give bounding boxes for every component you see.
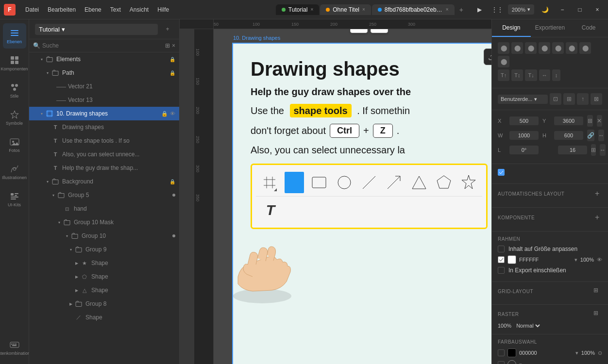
- align-center-v[interactable]: ⬤: [552, 42, 564, 54]
- layer-drawing-shapes-frame[interactable]: ▾ 10. Drawing shapes 🔒 👁: [29, 107, 179, 120]
- align-text-top[interactable]: T↑: [498, 69, 509, 81]
- tool-line[interactable]: [359, 172, 378, 193]
- color1-checkbox[interactable]: [498, 349, 505, 356]
- menu-datei[interactable]: Datei: [21, 4, 43, 15]
- layers-search-input[interactable]: [42, 42, 163, 49]
- sidebar-item-tastenkombinationen[interactable]: Tastenkombinationen: [3, 335, 26, 360]
- color2-checkbox[interactable]: [498, 361, 505, 364]
- color-dropdown[interactable]: ▾: [574, 257, 577, 263]
- sidebar-item-komponenten[interactable]: Komponenten: [3, 50, 26, 76]
- layer-background[interactable]: ▾ Background 🔒: [29, 175, 179, 188]
- layer-group10[interactable]: ▾ Group 10: [29, 229, 179, 243]
- tab-code[interactable]: Code: [569, 19, 608, 37]
- theme-toggle[interactable]: 🌙: [538, 3, 552, 17]
- inhalt-size-checkbox[interactable]: [498, 246, 505, 252]
- menu-text[interactable]: Text: [106, 4, 125, 15]
- layer-drawing-shapes-text[interactable]: T Drawing shapes: [29, 120, 179, 134]
- in-export-checkbox[interactable]: [498, 267, 505, 274]
- sidebar-item-stile[interactable]: Stile: [3, 78, 26, 103]
- maximize-button[interactable]: □: [573, 3, 587, 17]
- komponente-add[interactable]: +: [592, 213, 602, 222]
- layer-shape-pentagon[interactable]: ▶ ⬠ Shape: [29, 270, 179, 283]
- tab-design[interactable]: Design: [492, 19, 531, 37]
- tool-arrow[interactable]: [385, 172, 404, 193]
- color2-chevron[interactable]: ▾: [519, 362, 522, 364]
- search-close-icon[interactable]: ×: [172, 42, 175, 49]
- tool-filled-square[interactable]: [285, 172, 304, 193]
- spacing-v[interactable]: ↕: [552, 69, 561, 81]
- position-reset[interactable]: ✕: [597, 115, 603, 127]
- layer-use-text[interactable]: T Use the shape tools . If so: [29, 134, 179, 148]
- layer-elements[interactable]: ▾ Elements 🔒: [29, 52, 179, 66]
- toggle-shape-pentagon[interactable]: ▶: [74, 274, 80, 280]
- align-bottom[interactable]: ⬤: [566, 42, 577, 54]
- tool-star[interactable]: [459, 172, 478, 193]
- toggle-background[interactable]: ▾: [45, 179, 51, 184]
- y-input[interactable]: [554, 116, 583, 125]
- toggle-group10mask[interactable]: ▾: [56, 219, 62, 225]
- menu-bearbeiten[interactable]: Bearbeiten: [44, 4, 80, 15]
- tab-close-ohne-titel[interactable]: ×: [362, 7, 365, 12]
- position-lock[interactable]: ⊞: [587, 115, 593, 127]
- layer-group5[interactable]: ▾ Group 5: [29, 188, 179, 202]
- publish-component[interactable]: ↑: [577, 93, 589, 105]
- tab-ohne-titel[interactable]: Ohne Titel ×: [320, 4, 371, 15]
- size-reset[interactable]: ↔: [598, 130, 604, 141]
- distribute-v[interactable]: ⬤: [498, 56, 509, 67]
- raster-mode-select[interactable]: Normal: [514, 322, 541, 329]
- search-options-icon[interactable]: ⊞: [165, 42, 170, 49]
- sidebar-item-illustrationen[interactable]: Illustrationen: [3, 159, 26, 184]
- align-center-h[interactable]: ⬤: [511, 42, 523, 54]
- toggle-shape-star[interactable]: ▶: [74, 260, 80, 266]
- tab-close-tutorial[interactable]: ×: [310, 7, 313, 12]
- tool-pentagon[interactable]: [434, 172, 453, 193]
- tool-rect[interactable]: [310, 172, 329, 193]
- size-lock[interactable]: 🔗: [587, 130, 594, 141]
- color1-swatch[interactable]: [507, 348, 516, 357]
- layer-shape-line[interactable]: ／ Shape: [29, 311, 179, 324]
- align-text-base[interactable]: T↓: [525, 69, 537, 81]
- menu-hilfe[interactable]: Hilfe: [153, 4, 173, 15]
- layer-path[interactable]: ▾ Path 🔒: [29, 66, 179, 80]
- sidebar-item-ebenen[interactable]: Ebenen: [3, 23, 26, 49]
- grid-layout-icon[interactable]: ⊞: [593, 287, 602, 296]
- copy-component[interactable]: ⊞: [563, 93, 575, 105]
- corner-input[interactable]: [558, 146, 587, 154]
- grid-apps-button[interactable]: ⋮⋮: [490, 3, 504, 17]
- expand-component[interactable]: ⊠: [591, 93, 602, 105]
- tool-circle[interactable]: [335, 172, 354, 193]
- layer-hand[interactable]: ⊡ hand: [29, 202, 179, 215]
- layer-group8[interactable]: ▶ Group 8: [29, 297, 179, 311]
- add-tab-button[interactable]: +: [456, 4, 467, 16]
- toggle-group8[interactable]: ▶: [68, 301, 74, 307]
- layer-also-text[interactable]: T Also, you can select unnece...: [29, 148, 179, 161]
- align-text-mid[interactable]: T↕: [511, 69, 523, 81]
- toggle-path[interactable]: ▾: [45, 70, 51, 76]
- design-frame[interactable]: 10. Drawing shapes Drawing shapes: [233, 44, 491, 364]
- sidebar-item-ui-kits[interactable]: UI-Kits: [3, 186, 26, 212]
- tab-hash[interactable]: 8fbd768bfbabe02ebe079ab7a0... ×: [372, 4, 455, 15]
- frame-eye-icon[interactable]: 👁: [597, 257, 602, 263]
- tab-close-hash[interactable]: ×: [446, 7, 449, 12]
- toggle-shape-triangle[interactable]: ▶: [74, 287, 80, 293]
- close-button[interactable]: ×: [591, 3, 604, 17]
- selection-handle-2[interactable]: [371, 29, 388, 33]
- h-input[interactable]: [554, 131, 583, 140]
- toggle-drawing-shapes[interactable]: ▾: [39, 111, 45, 116]
- align-right[interactable]: ⬤: [525, 42, 537, 54]
- upload-button[interactable]: [484, 49, 491, 65]
- frame-color-checkbox[interactable]: [498, 256, 505, 263]
- spacing-h[interactable]: ↔: [539, 69, 550, 81]
- rotation-input[interactable]: [509, 146, 539, 154]
- sidebar-item-fotos[interactable]: Fotos: [3, 132, 26, 157]
- w-input[interactable]: [509, 131, 539, 140]
- zoom-control[interactable]: 200% ▾: [508, 4, 534, 15]
- layers-add-button[interactable]: +: [162, 23, 173, 35]
- layer-shape-triangle[interactable]: ▶ △ Shape: [29, 283, 179, 297]
- layer-shape-star[interactable]: ▶ ★ Shape: [29, 256, 179, 270]
- tab-exportieren[interactable]: Exportieren: [531, 19, 570, 37]
- frame-color-swatch[interactable]: [507, 255, 516, 264]
- tool-text[interactable]: T: [260, 199, 281, 221]
- layers-title-dropdown[interactable]: Tutorial ▾: [35, 24, 158, 35]
- color1-eye[interactable]: ⊙: [598, 350, 602, 356]
